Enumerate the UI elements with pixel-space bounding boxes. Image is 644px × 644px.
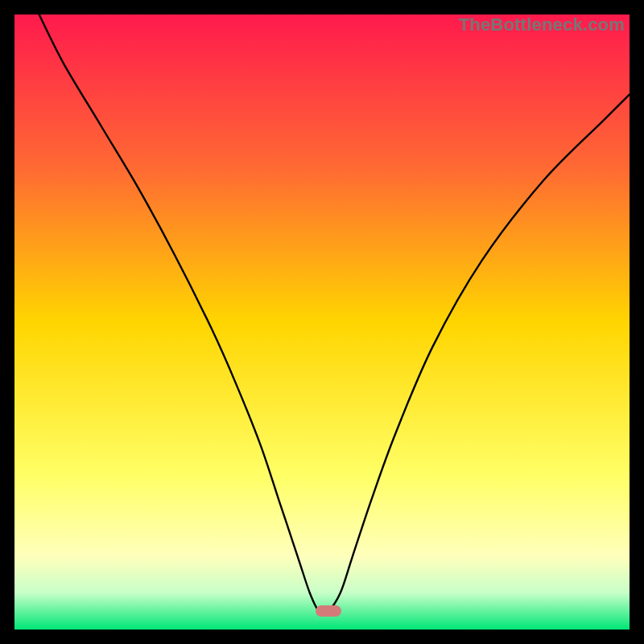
gradient-background xyxy=(14,14,630,630)
optimal-marker xyxy=(316,605,341,617)
watermark-text: TheBottleneck.com xyxy=(459,14,625,35)
chart-frame: TheBottleneck.com xyxy=(0,0,644,644)
plot-area: TheBottleneck.com xyxy=(14,14,630,630)
chart-svg xyxy=(14,14,630,630)
